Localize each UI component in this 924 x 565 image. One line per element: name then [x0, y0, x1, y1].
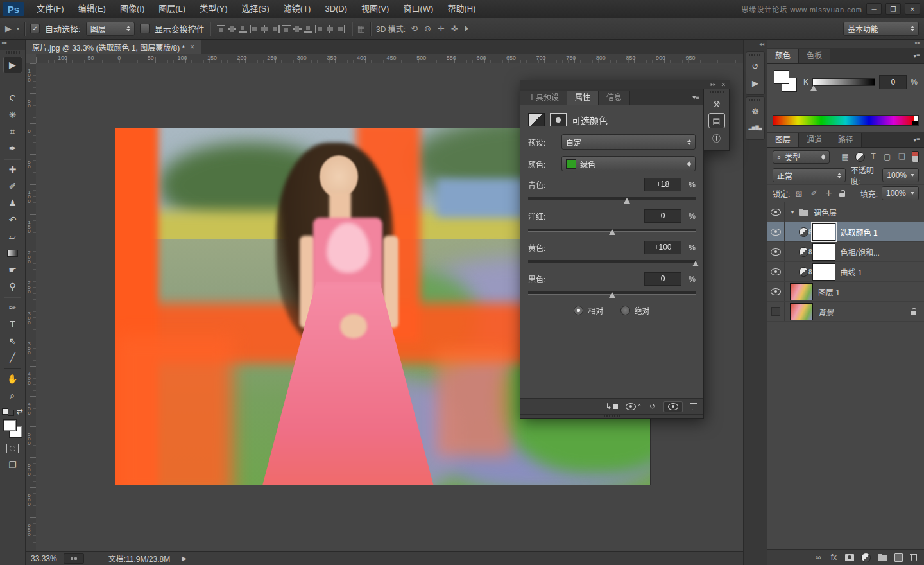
pen-tool[interactable]: ✑	[3, 299, 22, 316]
lock-position-icon[interactable]: ✛	[826, 189, 832, 198]
3d-rotate-icon[interactable]: ⟲	[411, 22, 418, 35]
new-adjustment-layer-icon[interactable]	[861, 553, 871, 562]
menu-item-9[interactable]: 窗口(W)	[396, 0, 440, 18]
crop-tool[interactable]: ⌗	[3, 123, 22, 140]
layer-row[interactable]: 背景	[767, 302, 924, 322]
preset-dropdown[interactable]: 自定	[561, 134, 696, 150]
menu-item-8[interactable]: 视图(V)	[354, 0, 396, 18]
relative-radio-dot[interactable]	[574, 306, 583, 315]
fill-dropdown[interactable]: 100%	[882, 186, 919, 200]
menu-item-6[interactable]: 滤镜(T)	[277, 0, 318, 18]
add-layer-mask-icon[interactable]	[845, 554, 854, 561]
properties-tab-属性[interactable]: 属性	[567, 91, 599, 105]
zoom-level[interactable]: 33.33%	[31, 554, 57, 563]
toolbar-grip[interactable]	[6, 51, 20, 54]
filter-toggle[interactable]	[912, 151, 919, 162]
new-adjustment-layer-icon[interactable]	[861, 553, 871, 562]
link-layers-icon[interactable]: ∞	[816, 553, 821, 562]
distribute-bottom-edges-icon[interactable]	[304, 25, 312, 33]
menu-item-3[interactable]: 图层(L)	[151, 0, 193, 18]
3d-camera-icon[interactable]: ⏵	[465, 22, 469, 35]
view-previous-state-icon[interactable]: ⌃	[626, 403, 642, 410]
document-tab[interactable]: 原片.jpg @ 33.3% (选取颜色 1, 图层蒙版/8) * ×	[26, 40, 201, 54]
layer-row[interactable]: ▼调色层	[767, 202, 924, 222]
color-dropdown[interactable]: 绿色	[561, 156, 696, 171]
visibility-cell[interactable]	[767, 302, 785, 321]
visibility-cell[interactable]	[767, 242, 785, 261]
properties-tab-信息[interactable]: 信息	[599, 91, 630, 105]
filter-type-layers-icon[interactable]: T	[871, 152, 876, 161]
add-layer-mask-icon[interactable]	[845, 554, 854, 561]
new-group-icon[interactable]	[878, 554, 887, 561]
actions-panel-icon[interactable]: ▶	[747, 75, 764, 91]
move-tool[interactable]: ▶	[3, 56, 22, 73]
slider-value-field[interactable]: +100	[644, 241, 681, 254]
layer-mask-thumbnail[interactable]	[812, 243, 835, 261]
type-tool[interactable]: T	[3, 316, 22, 333]
layer-row[interactable]: 图层 1	[767, 282, 924, 302]
opacity-dropdown[interactable]: 100%	[882, 168, 919, 182]
3d-roll-icon[interactable]: ⊚	[424, 22, 431, 35]
layers-menu-icon[interactable]: ▾≡	[909, 136, 924, 143]
panel-close-icon[interactable]: ✕	[721, 82, 726, 88]
align-right-edges-icon[interactable]	[271, 25, 280, 33]
swap-colors-icon[interactable]: ⇄	[17, 407, 23, 416]
slider-track[interactable]	[528, 260, 696, 263]
blend-mode-dropdown[interactable]: 正常	[773, 168, 846, 182]
distribute-vertical-centers-icon[interactable]	[293, 25, 302, 33]
path-selection-tool[interactable]: ⇖	[3, 333, 22, 349]
layer-mask-thumbnail[interactable]	[812, 223, 835, 241]
menu-item-1[interactable]: 编辑(E)	[71, 0, 113, 18]
slider-track[interactable]	[528, 197, 696, 200]
absolute-radio[interactable]: 绝对	[620, 305, 650, 316]
delete-layer-icon[interactable]	[910, 553, 918, 561]
layer-filter-dropdown[interactable]: ⌕ 类型	[773, 150, 830, 164]
visibility-checkbox[interactable]	[771, 307, 780, 316]
foreground-color-swatch[interactable]	[4, 420, 16, 431]
clone-stamp-tool[interactable]: ♟	[3, 195, 22, 211]
dock-collapse-icon[interactable]: ◂◂	[744, 40, 767, 50]
quick-selection-tool[interactable]: ✳	[3, 107, 22, 123]
auto-select-target-dropdown[interactable]: 图层	[86, 22, 135, 36]
foreground-background-swatches[interactable]	[774, 70, 797, 92]
slider-thumb[interactable]	[692, 261, 699, 266]
slider-thumb[interactable]	[609, 229, 615, 235]
close-button[interactable]: ✕	[905, 3, 920, 15]
delete-layer-icon[interactable]	[910, 553, 918, 561]
layer-row[interactable]: 8选取颜色 1	[767, 222, 924, 242]
menu-item-0[interactable]: 文件(F)	[30, 0, 71, 18]
color-menu-icon[interactable]: ▾≡	[909, 52, 924, 59]
align-left-edges-icon[interactable]	[250, 25, 258, 33]
eraser-tool[interactable]: ▱	[3, 228, 22, 245]
reset-icon[interactable]: ↺	[649, 402, 656, 411]
distribute-left-edges-icon[interactable]	[315, 25, 323, 33]
layer-mask-badge-icon[interactable]	[550, 113, 567, 126]
lock-image-pixels-icon[interactable]: ✐	[811, 189, 817, 198]
history-panel-icon[interactable]: ↺	[747, 58, 764, 74]
restore-button[interactable]: ❐	[886, 3, 901, 15]
brush-tool[interactable]: ✐	[3, 178, 22, 195]
visibility-cell[interactable]	[767, 262, 785, 281]
3d-slide-icon[interactable]: ✜	[451, 22, 458, 35]
workspace-dropdown[interactable]: 基本功能	[843, 22, 919, 36]
k-slider-track[interactable]	[812, 78, 875, 86]
spot-healing-brush-tool[interactable]: ✚	[3, 161, 22, 178]
distribute-right-edges-icon[interactable]	[337, 25, 345, 33]
link-layers-icon[interactable]: ∞	[814, 553, 823, 562]
distribute-horizontal-centers-icon[interactable]	[326, 25, 334, 33]
align-horizontal-centers-icon[interactable]	[261, 25, 269, 33]
menu-item-7[interactable]: 3D(D)	[318, 0, 354, 18]
floating-panel-header[interactable]: ▸▸ ✕	[520, 80, 730, 89]
history-brush-tool[interactable]: ↶	[3, 211, 22, 228]
info-panel-icon[interactable]: ⓘ	[708, 130, 725, 145]
line-tool[interactable]: ╱	[3, 349, 22, 366]
filter-shape-layers-icon[interactable]: ▢	[884, 152, 891, 161]
align-bottom-edges-icon[interactable]	[239, 25, 247, 33]
lock-transparent-pixels-icon[interactable]: ▨	[795, 189, 802, 198]
color-spectrum-ramp[interactable]	[773, 115, 919, 126]
k-slider-thumb[interactable]	[810, 85, 817, 91]
quick-mask-button[interactable]	[3, 440, 22, 456]
toolbar-collapse-icon[interactable]: ▸▸	[0, 40, 25, 50]
minimize-button[interactable]: ─	[866, 3, 882, 15]
layer-thumbnail[interactable]	[790, 303, 813, 320]
